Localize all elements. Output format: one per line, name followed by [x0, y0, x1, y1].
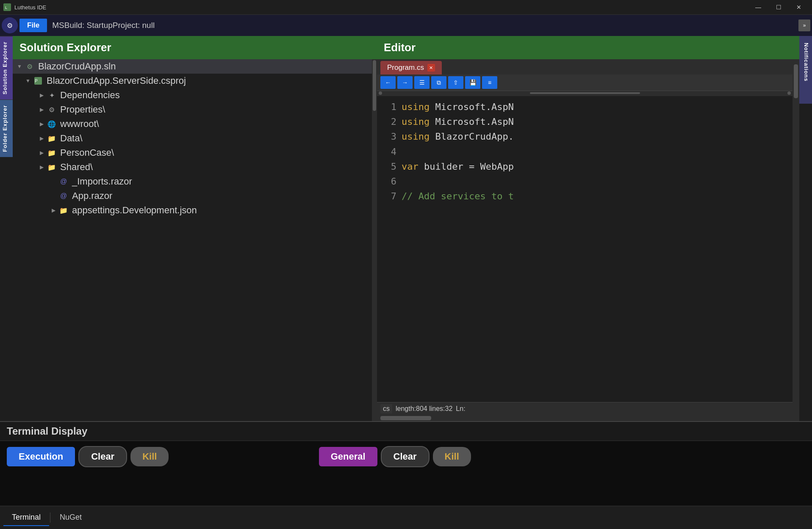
folder-icon: 📁	[58, 205, 69, 215]
minimize-button[interactable]: —	[748, 1, 768, 14]
scroll-thumb-bottom	[380, 416, 431, 420]
properties-label: Properties\	[60, 104, 105, 115]
language-indicator: cs	[380, 404, 392, 413]
editor-main: Program.cs ✕ ← → ☰ ⧉ ⇧ 💾	[377, 59, 793, 421]
notifications-tab[interactable]: Notifications	[799, 36, 812, 104]
general-clear-button[interactable]: Clear	[381, 446, 430, 467]
code-line-3: using BlazorCrudApp.	[402, 129, 789, 144]
code-content[interactable]: using Microsoft.AspN using Microsoft.Asp…	[398, 96, 793, 402]
folder-icon: 📁	[47, 162, 57, 172]
solution-icon: ⚙	[25, 61, 35, 72]
general-kill-button[interactable]: Kill	[433, 447, 471, 466]
execution-button[interactable]: Execution	[7, 447, 75, 466]
scrollbar-track[interactable]	[372, 59, 377, 421]
imports-label: _Imports.razor	[72, 176, 132, 187]
imports-razor-item[interactable]: ▶ @ _Imports.razor	[13, 174, 372, 189]
close-button[interactable]: ✕	[789, 1, 809, 14]
shared-label: Shared\	[60, 162, 93, 173]
dependencies-item[interactable]: ▶ ✦ Dependencies	[13, 88, 372, 102]
execution-kill-button[interactable]: Kill	[130, 447, 169, 466]
terminal-tab[interactable]: Terminal	[3, 510, 49, 526]
chevron-right-icon: ▶	[50, 207, 57, 214]
maximize-button[interactable]: ☐	[769, 1, 788, 14]
deps-icon: ✦	[47, 90, 57, 100]
editor-vertical-scrollbar[interactable]	[793, 59, 799, 421]
tab-separator	[50, 512, 50, 523]
menu-button[interactable]: ☰	[414, 76, 430, 89]
solution-file-item[interactable]: ▼ ⚙ BlazorCrudApp.sln	[13, 59, 372, 74]
wwwroot-label: wwwroot\	[60, 118, 99, 129]
props-icon: ⚙	[47, 105, 57, 115]
gear-button[interactable]: ⚙	[2, 17, 18, 33]
solution-tree: ▼ ⚙ BlazorCrudApp.sln ▼ P Bla	[13, 59, 377, 421]
editor-header: Editor	[377, 36, 799, 59]
code-line-5: var builder = WebApp	[402, 159, 789, 174]
line-numbers: 1 2 3 4 5 6 7	[377, 96, 398, 402]
file-menu-button[interactable]: File	[19, 19, 47, 32]
title-bar-controls: — ☐ ✕	[748, 1, 809, 14]
app-razor-item[interactable]: ▶ @ App.razor	[13, 189, 372, 203]
chevron-right-icon: ▶	[38, 121, 45, 127]
appsettings-item[interactable]: ▶ 📁 appsettings.Development.json	[13, 203, 372, 218]
folder-icon: 📁	[47, 148, 57, 158]
left-sidebar: Solution Explorer Folder Explorer	[0, 36, 13, 421]
editor-status-bar: cs length:804 lines:32 Ln:	[377, 402, 793, 415]
tab-filename: Program.cs	[387, 63, 424, 72]
settings-button[interactable]: ≡	[482, 76, 497, 89]
editor-tabs: Program.cs ✕	[377, 59, 793, 74]
code-line-2: using Microsoft.AspN	[402, 114, 789, 129]
wwwroot-item[interactable]: ▶ 🌐 wwwroot\	[13, 117, 372, 131]
execution-clear-button[interactable]: Clear	[78, 446, 127, 467]
editor-inner: Program.cs ✕ ← → ☰ ⧉ ⇧ 💾	[377, 59, 799, 421]
appsettings-label: appsettings.Development.json	[72, 205, 197, 216]
personcase-label: PersonCase\	[60, 147, 114, 158]
editor-toolbar: ← → ☰ ⧉ ⇧ 💾 ≡	[377, 74, 793, 91]
personcase-item[interactable]: ▶ 📁 PersonCase\	[13, 146, 372, 160]
sidebar-tab-solution[interactable]: Solution Explorer	[0, 36, 13, 99]
project-file-item[interactable]: ▼ P BlazorCrudApp.ServerSide.csproj	[13, 74, 372, 88]
notifications-sidebar: Notifications	[799, 36, 812, 421]
tab-close-button[interactable]: ✕	[427, 64, 435, 72]
svg-text:P: P	[35, 79, 38, 83]
back-button[interactable]: ←	[380, 76, 396, 89]
sidebar-tab-folder[interactable]: Folder Explorer	[0, 99, 13, 157]
nuget-tab[interactable]: NuGet	[51, 510, 90, 526]
data-item[interactable]: ▶ 📁 Data\	[13, 131, 372, 146]
code-line-1: using Microsoft.AspN	[402, 99, 789, 114]
chevron-right-icon: ▶	[38, 164, 45, 171]
code-area: 1 2 3 4 5 6 7 using Microsoft.AspN	[377, 96, 793, 402]
msbuild-label: MSBuild: StartupProject: null	[52, 21, 797, 30]
forward-button[interactable]: →	[397, 76, 413, 89]
scrollbar-thumb[interactable]	[373, 60, 376, 111]
data-label: Data\	[60, 133, 83, 144]
editor-scroll-top[interactable]	[377, 91, 793, 96]
properties-item[interactable]: ▶ ⚙ Properties\	[13, 102, 372, 117]
razor-icon: @	[58, 191, 69, 201]
code-line-6	[402, 174, 789, 189]
razor-icon: @	[58, 176, 69, 187]
chevron-right-icon: ▶	[38, 106, 45, 113]
shared-item[interactable]: ▶ 📁 Shared\	[13, 160, 372, 174]
project-filename: BlazorCrudApp.ServerSide.csproj	[47, 75, 186, 86]
project-icon: P	[33, 76, 43, 86]
terminal-header: Terminal Display	[0, 422, 812, 441]
content-row: Solution Explorer Folder Explorer Soluti…	[0, 36, 812, 421]
upload-button[interactable]: ⇧	[448, 76, 463, 89]
general-button[interactable]: General	[319, 447, 377, 466]
code-line-4	[402, 144, 789, 159]
copy-button[interactable]: ⧉	[431, 76, 446, 89]
dependencies-label: Dependencies	[60, 90, 120, 101]
editor-scroll-bottom[interactable]	[377, 415, 793, 421]
app-icon: L	[3, 3, 11, 11]
gear-icon: ⚙	[7, 22, 13, 30]
chevron-right-icon: ▶	[38, 92, 45, 99]
chevron-down-icon: ▼	[16, 63, 23, 70]
close-icon: ✕	[429, 65, 433, 71]
program-cs-tab[interactable]: Program.cs ✕	[380, 61, 442, 74]
svg-text:L: L	[5, 6, 7, 10]
chevron-button[interactable]: »	[798, 19, 810, 31]
app-title: Luthetus IDE	[14, 4, 46, 11]
save-button[interactable]: 💾	[465, 76, 480, 89]
editor-panel: Editor Program.cs ✕ ←	[377, 36, 799, 421]
chevron-right-icon: ▶	[38, 135, 45, 142]
